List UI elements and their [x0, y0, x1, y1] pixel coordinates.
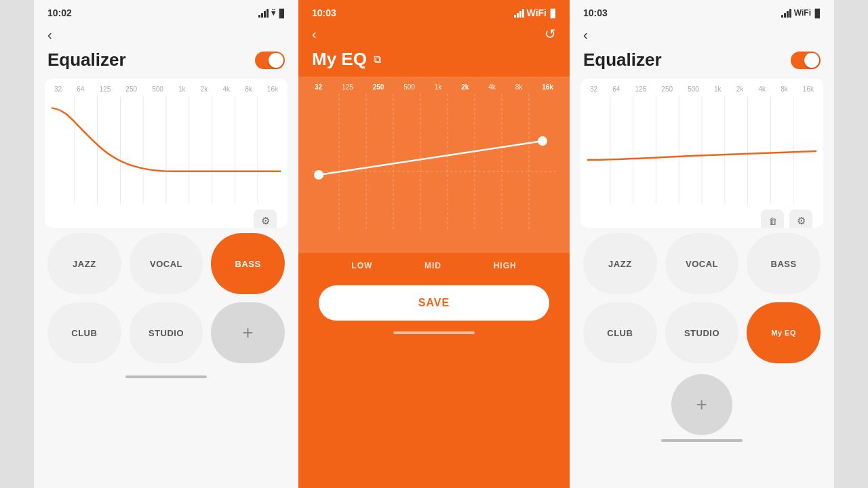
right-preset-club[interactable]: CLUB	[583, 302, 657, 363]
freq-250: 250	[125, 85, 137, 93]
right-signal-bars	[781, 9, 791, 18]
right-preset-studio[interactable]: STUDIO	[665, 302, 739, 363]
freq-125: 125	[100, 85, 111, 93]
left-eq-toggle[interactable]	[255, 52, 285, 69]
left-page-title: Equalizer	[47, 49, 255, 70]
preset-vocal[interactable]: VOCAL	[130, 233, 203, 294]
left-eq-svg	[52, 96, 281, 204]
center-freq-32: 32	[315, 83, 322, 91]
right-toggle-knob	[804, 53, 819, 68]
wifi-icon: ▾̈	[271, 8, 275, 18]
right-preset-jazz[interactable]: JAZZ	[583, 233, 657, 294]
eq-point-left[interactable]	[314, 170, 323, 180]
center-freq-4k: 4k	[488, 83, 496, 91]
preset-add-button[interactable]: +	[211, 302, 285, 363]
center-time: 10:03	[312, 7, 336, 18]
band-mid: MID	[425, 261, 441, 270]
signal-bar-1	[258, 15, 260, 18]
right-status-icons: WiFi ▮	[781, 5, 821, 20]
center-battery-icon: ▮	[549, 5, 556, 20]
signal-bar-1	[514, 15, 516, 18]
freq-8k: 8k	[245, 85, 252, 93]
left-chart-svg-container	[52, 96, 281, 204]
rfreq-8k: 8k	[781, 85, 788, 93]
plus-icon: +	[242, 322, 254, 344]
rfreq-32: 32	[590, 85, 597, 93]
center-status-icons: WiFi ▮	[514, 5, 556, 20]
right-eq-chart: 32 64 125 250 500 1k 2k 4k 8k 16k	[580, 79, 823, 228]
right-settings-button[interactable]: ⚙	[789, 209, 812, 228]
right-home-indicator	[661, 439, 743, 442]
right-back-button[interactable]: ‹	[583, 27, 588, 43]
right-gear-icon: ⚙	[797, 215, 806, 227]
freq-1k: 1k	[178, 85, 186, 93]
center-freq-2k: 2k	[461, 83, 469, 91]
center-phone: 10:03 WiFi ▮ ‹ ↺ My EQ ⧉	[298, 0, 570, 488]
right-preset-my-eq[interactable]: My EQ	[747, 302, 821, 363]
signal-bar-2	[517, 13, 519, 18]
center-eq-svg	[312, 94, 556, 229]
eq-point-right[interactable]	[538, 136, 547, 146]
center-freq-250: 250	[373, 83, 384, 91]
rfreq-1k: 1k	[714, 85, 722, 93]
preset-jazz[interactable]: JAZZ	[47, 233, 121, 294]
right-presets-grid: JAZZ VOCAL BASS CLUB STUDIO My EQ	[570, 228, 834, 371]
right-eq-toggle[interactable]	[791, 52, 821, 69]
right-page-title: Equalizer	[583, 49, 791, 70]
signal-bar-3	[787, 11, 789, 18]
signal-bar-4	[789, 9, 791, 18]
center-band-labels: LOW MID HIGH	[298, 253, 570, 279]
freq-16k: 16k	[267, 85, 278, 93]
right-trash-button[interactable]: 🗑	[761, 209, 784, 228]
signal-bars	[258, 9, 269, 18]
right-app-header: ‹	[570, 23, 834, 49]
band-low: LOW	[351, 261, 372, 270]
right-add-button[interactable]: +	[671, 374, 732, 435]
save-label: SAVE	[418, 297, 450, 309]
center-eq-chart: 32 125 250 500 1k 2k 4k 8k 16k	[298, 77, 570, 253]
right-wifi-icon: WiFi	[794, 8, 811, 18]
center-signal-bars	[514, 9, 524, 18]
rfreq-500: 500	[688, 85, 699, 93]
freq-32: 32	[54, 85, 62, 93]
left-phone: 10:02 ▾̈ ▮ ‹ Equalizer	[34, 0, 298, 488]
rfreq-16k: 16k	[803, 85, 814, 93]
right-preset-vocal[interactable]: VOCAL	[665, 233, 739, 294]
center-page-title: My EQ	[312, 49, 367, 70]
edit-icon[interactable]: ⧉	[374, 54, 381, 66]
center-back-button[interactable]: ‹	[312, 26, 317, 42]
left-status-icons: ▾̈ ▮	[258, 5, 285, 20]
center-reset-button[interactable]: ↺	[545, 26, 556, 42]
signal-bar-1	[781, 15, 783, 18]
signal-bar-4	[522, 9, 524, 18]
left-back-button[interactable]: ‹	[47, 27, 52, 43]
center-status-bar: 10:03 WiFi ▮	[298, 0, 570, 23]
right-status-bar: 10:03 WiFi ▮	[570, 0, 834, 23]
signal-bar-2	[784, 13, 786, 18]
toggle-knob	[269, 53, 283, 68]
preset-club[interactable]: CLUB	[47, 302, 121, 363]
left-chart-controls: ⚙	[52, 204, 281, 228]
save-button[interactable]: SAVE	[319, 285, 549, 321]
signal-bar-3	[264, 11, 266, 18]
right-eq-svg	[587, 96, 816, 204]
center-wifi-icon: WiFi	[527, 7, 547, 18]
preset-studio[interactable]: STUDIO	[130, 302, 203, 363]
center-freq-labels: 32 125 250 500 1k 2k 4k 8k 16k	[312, 83, 556, 91]
center-freq-125: 125	[342, 83, 353, 91]
rfreq-125: 125	[635, 85, 647, 93]
right-preset-bass[interactable]: BASS	[747, 233, 821, 294]
left-settings-button[interactable]: ⚙	[254, 209, 277, 228]
freq-500: 500	[152, 85, 163, 93]
left-status-bar: 10:02 ▾̈ ▮	[34, 0, 298, 23]
preset-bass[interactable]: BASS	[211, 233, 285, 294]
battery-icon: ▮	[278, 5, 285, 20]
right-phone: 10:03 WiFi ▮ ‹ Equalizer	[570, 0, 834, 488]
rfreq-4k: 4k	[758, 85, 766, 93]
rfreq-64: 64	[612, 85, 620, 93]
freq-2k: 2k	[201, 85, 208, 93]
rfreq-2k: 2k	[736, 85, 744, 93]
signal-bar-2	[261, 13, 263, 18]
signal-bar-3	[519, 11, 521, 18]
right-chart-svg-container	[587, 96, 816, 204]
